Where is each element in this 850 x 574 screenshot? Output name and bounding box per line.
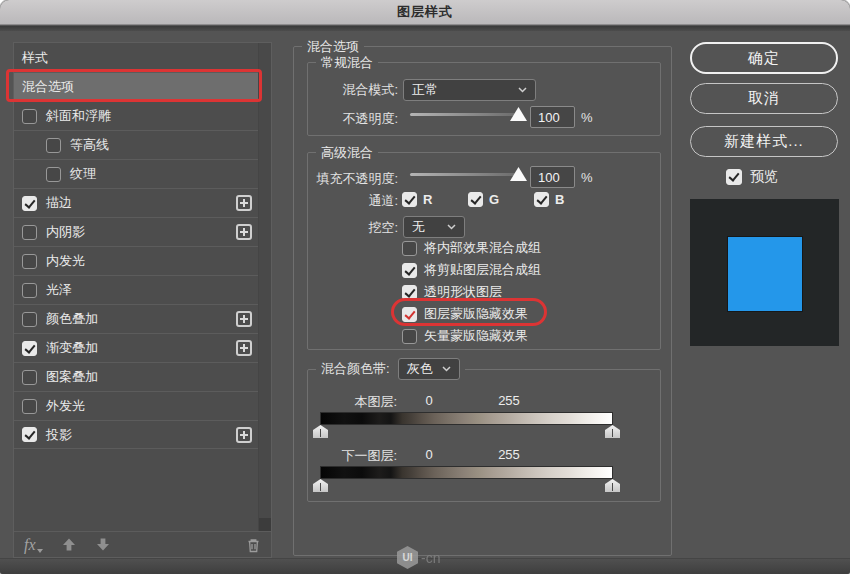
advanced-option-row[interactable]: 矢量蒙版隐藏效果 xyxy=(402,327,541,345)
option-checkbox[interactable] xyxy=(402,329,417,344)
blend-if-black-handle[interactable] xyxy=(313,425,328,438)
sidebar-item-label: 投影 xyxy=(46,426,72,444)
style-checkbox[interactable] xyxy=(22,254,37,269)
delete-effect-button[interactable] xyxy=(246,537,261,553)
preview-toggle-row: 预览 xyxy=(726,168,778,186)
advanced-option-row[interactable]: 透明形状图层 xyxy=(402,283,541,301)
fill-opacity-input[interactable] xyxy=(530,166,575,188)
option-checkbox[interactable] xyxy=(402,307,417,322)
sidebar-item[interactable]: 投影 xyxy=(14,420,258,449)
add-effect-instance-button[interactable] xyxy=(236,224,252,240)
opacity-percent: % xyxy=(581,110,593,126)
style-checkbox[interactable] xyxy=(22,399,37,414)
blend-mode-value: 正常 xyxy=(412,81,518,99)
channel-checkbox[interactable] xyxy=(534,192,549,207)
sidebar-item[interactable]: 颜色叠加 xyxy=(14,304,258,333)
style-checkbox[interactable] xyxy=(46,138,61,153)
group-legend: 常规混合 xyxy=(316,54,378,71)
style-checkbox[interactable] xyxy=(22,341,37,356)
channel-toggle: B xyxy=(534,192,600,207)
knockout-value: 无 xyxy=(412,218,447,236)
knockout-dropdown[interactable]: 无 xyxy=(403,216,465,238)
sidebar-item[interactable]: 内发光 xyxy=(14,246,258,275)
add-effect-instance-button[interactable] xyxy=(236,311,252,327)
style-checkbox[interactable] xyxy=(22,196,37,211)
preview-checkbox[interactable] xyxy=(726,169,742,185)
sidebar-item-label: 内阴影 xyxy=(46,223,85,241)
blend-if-white-handle[interactable] xyxy=(605,425,620,438)
channel-checkbox[interactable] xyxy=(468,192,483,207)
sidebar-item[interactable]: 图案叠加 xyxy=(14,362,258,391)
style-checkbox[interactable] xyxy=(46,167,61,182)
option-label: 矢量蒙版隐藏效果 xyxy=(424,327,528,345)
slider-track[interactable] xyxy=(410,173,517,176)
add-effect-instance-button[interactable] xyxy=(236,340,252,356)
blend-if-max-value: 255 xyxy=(493,447,525,462)
blend-if-legend: 混合颜色带: 灰色 xyxy=(316,357,465,381)
sidebar-item[interactable]: 样式 xyxy=(14,43,258,72)
sidebar-item[interactable]: 纹理 xyxy=(14,159,258,188)
style-checkbox[interactable] xyxy=(22,312,37,327)
cancel-button[interactable]: 取消 xyxy=(690,83,838,114)
sidebar-footer: fx xyxy=(14,531,271,557)
advanced-option-row[interactable]: 将内部效果混合成组 xyxy=(402,239,541,257)
sidebar-item-label: 纹理 xyxy=(70,165,96,183)
channel-checkbox[interactable] xyxy=(402,192,417,207)
sidebar-item-label: 描边 xyxy=(46,194,72,212)
preview-shape xyxy=(728,237,802,311)
scrollbar-thumb[interactable] xyxy=(259,518,271,531)
sidebar-item[interactable]: 渐变叠加 xyxy=(14,333,258,362)
sidebar-item[interactable]: 等高线 xyxy=(14,130,258,159)
slider-track[interactable] xyxy=(410,113,517,116)
advanced-option-row[interactable]: 将剪贴图层混合成组 xyxy=(402,261,541,279)
move-effect-up-button[interactable] xyxy=(61,537,77,552)
blend-if-row-label: 本图层: xyxy=(307,393,397,411)
sidebar-item-label: 混合选项 xyxy=(22,78,74,96)
blend-if-channel-dropdown[interactable]: 灰色 xyxy=(398,358,460,380)
style-checkbox[interactable] xyxy=(22,109,37,124)
option-label: 将内部效果混合成组 xyxy=(424,239,541,257)
option-label: 透明形状图层 xyxy=(424,283,502,301)
style-checkbox[interactable] xyxy=(22,370,37,385)
sidebar-item[interactable]: 外发光 xyxy=(14,391,258,420)
style-preview-thumbnail xyxy=(690,199,839,346)
sidebar-item[interactable]: 描边 xyxy=(14,188,258,217)
style-checkbox[interactable] xyxy=(22,427,37,442)
blend-if-min-value: 0 xyxy=(417,393,441,408)
option-label: 图层蒙版隐藏效果 xyxy=(424,305,528,323)
move-effect-down-button[interactable] xyxy=(95,537,111,552)
group-legend: 高级混合 xyxy=(316,144,378,161)
advanced-option-row[interactable]: 图层蒙版隐藏效果 xyxy=(402,305,541,323)
blend-if-min-value: 0 xyxy=(417,447,441,462)
channel-label: B xyxy=(555,192,564,207)
opacity-label: 不透明度: xyxy=(330,111,398,127)
blend-if-label: 混合颜色带: xyxy=(321,361,390,377)
sidebar-scrollbar[interactable] xyxy=(258,43,271,531)
blend-mode-dropdown[interactable]: 正常 xyxy=(403,79,536,101)
option-checkbox[interactable] xyxy=(402,263,417,278)
opacity-input[interactable] xyxy=(530,106,575,128)
ok-button[interactable]: 确定 xyxy=(690,42,838,74)
panel-legend: 混合选项 xyxy=(302,38,364,55)
option-checkbox[interactable] xyxy=(402,241,417,256)
new-style-button[interactable]: 新建样式... xyxy=(690,126,838,157)
blend-if-max-value: 255 xyxy=(493,393,525,408)
blend-if-black-handle[interactable] xyxy=(313,479,328,492)
add-effect-instance-button[interactable] xyxy=(236,427,252,443)
chevron-down-icon xyxy=(442,366,451,372)
blend-if-white-handle[interactable] xyxy=(605,479,620,492)
titlebar[interactable]: 图层样式 xyxy=(0,0,850,25)
sidebar-item[interactable]: 混合选项 xyxy=(14,72,258,101)
sidebar-item[interactable]: 斜面和浮雕 xyxy=(14,101,258,130)
sidebar-item[interactable]: 内阴影 xyxy=(14,217,258,246)
sidebar-item-label: 图案叠加 xyxy=(46,368,98,386)
style-checkbox[interactable] xyxy=(22,225,37,240)
fx-menu-button[interactable]: fx xyxy=(24,536,43,554)
add-effect-instance-button[interactable] xyxy=(236,195,252,211)
fill-opacity-slider[interactable] xyxy=(410,164,535,182)
sidebar-item[interactable]: 光泽 xyxy=(14,275,258,304)
style-checkbox[interactable] xyxy=(22,283,37,298)
option-checkbox[interactable] xyxy=(402,285,417,300)
opacity-slider[interactable] xyxy=(410,104,535,122)
channels-group: RGB xyxy=(402,192,600,207)
